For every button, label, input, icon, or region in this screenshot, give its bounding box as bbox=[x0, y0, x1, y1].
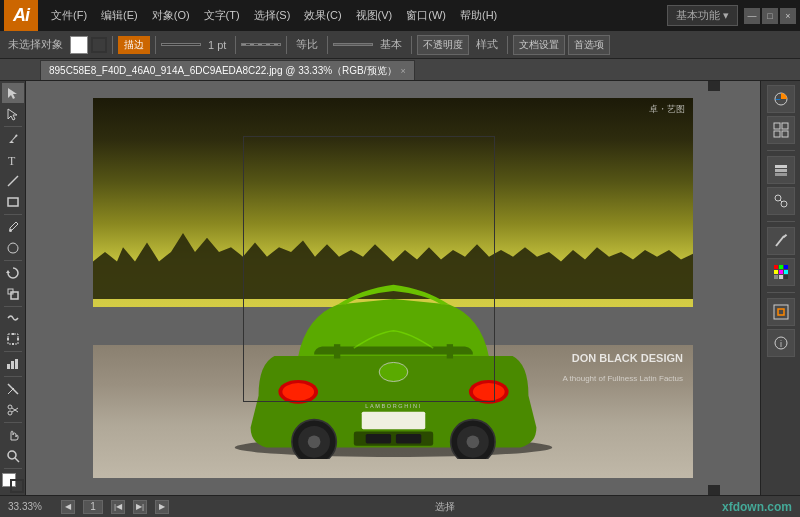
left-toolpanel: T bbox=[0, 81, 26, 495]
last-artboard-button[interactable]: ▶| bbox=[133, 500, 147, 514]
tool-sep-7 bbox=[4, 422, 22, 423]
fill-color-box[interactable] bbox=[70, 36, 88, 54]
menu-help[interactable]: 帮助(H) bbox=[453, 4, 504, 27]
menu-file[interactable]: 文件(F) bbox=[44, 4, 94, 27]
selection-tool[interactable] bbox=[2, 83, 24, 103]
rectangle-tool[interactable] bbox=[2, 192, 24, 212]
menu-select[interactable]: 选择(S) bbox=[247, 4, 298, 27]
fill-stroke-indicator[interactable] bbox=[2, 473, 24, 493]
opacity-label[interactable]: 不透明度 bbox=[417, 35, 469, 55]
car-image: LAMBORGHINI bbox=[123, 212, 663, 459]
preferences-button[interactable]: 首选项 bbox=[568, 35, 610, 55]
swatches-panel-button[interactable] bbox=[767, 258, 795, 286]
style-label: 样式 bbox=[472, 37, 502, 52]
toolbar: 未选择对象 描边 1 pt 等比 基本 不透明度 样式 文档设置 首选项 bbox=[0, 31, 800, 59]
title-bar: Ai 文件(F) 编辑(E) 对象(O) 文字(T) 选择(S) 效果(C) 视… bbox=[0, 0, 800, 31]
svg-point-40 bbox=[307, 435, 320, 448]
graph-tool[interactable] bbox=[2, 354, 24, 374]
svg-point-24 bbox=[8, 451, 16, 459]
svg-marker-0 bbox=[8, 88, 17, 99]
brushes-panel-button[interactable] bbox=[767, 227, 795, 255]
direct-selection-tool[interactable] bbox=[2, 104, 24, 124]
menu-bar: 文件(F) 编辑(E) 对象(O) 文字(T) 选择(S) 效果(C) 视图(V… bbox=[44, 4, 655, 27]
dash-line bbox=[241, 43, 281, 46]
line-tool[interactable] bbox=[2, 171, 24, 191]
svg-point-20 bbox=[8, 405, 12, 409]
right-sep-2 bbox=[767, 221, 795, 222]
rotate-tool[interactable] bbox=[2, 263, 24, 283]
slice-tool[interactable] bbox=[2, 379, 24, 399]
menu-effect[interactable]: 效果(C) bbox=[297, 4, 348, 27]
right-sep-3 bbox=[767, 292, 795, 293]
canvas-area[interactable]: LAMBORGHINI 卓・艺图 DON BLACK DESIGN A thou… bbox=[26, 81, 760, 495]
canvas-inner: LAMBORGHINI 卓・艺图 DON BLACK DESIGN A thou… bbox=[36, 91, 750, 485]
svg-rect-34 bbox=[365, 434, 390, 444]
close-button[interactable]: × bbox=[780, 8, 796, 24]
minimize-button[interactable]: — bbox=[744, 8, 760, 24]
svg-rect-27 bbox=[333, 344, 339, 358]
right-sep-1 bbox=[767, 150, 795, 151]
menu-object[interactable]: 对象(O) bbox=[145, 4, 197, 27]
type-tool[interactable]: T bbox=[2, 150, 24, 170]
hand-tool[interactable] bbox=[2, 425, 24, 445]
doc-tab-close[interactable]: × bbox=[401, 66, 406, 76]
tool-sep-2 bbox=[4, 214, 22, 215]
scale-tool[interactable] bbox=[2, 284, 24, 304]
color-panel-button[interactable] bbox=[767, 85, 795, 113]
svg-text:LAMBORGHINI: LAMBORGHINI bbox=[365, 402, 421, 408]
info-panel-button[interactable]: i bbox=[767, 329, 795, 357]
sep1 bbox=[112, 36, 113, 54]
menu-text[interactable]: 文字(T) bbox=[197, 4, 247, 27]
zoom-tool[interactable] bbox=[2, 446, 24, 466]
svg-point-30 bbox=[282, 383, 314, 400]
workspace-selector[interactable]: 基本功能 ▾ bbox=[667, 5, 738, 26]
prev-artboard-button[interactable]: ◀ bbox=[61, 500, 75, 514]
doc-settings-button[interactable]: 文档设置 bbox=[513, 35, 565, 55]
warp-tool[interactable] bbox=[2, 308, 24, 328]
page-input[interactable] bbox=[83, 500, 103, 514]
svg-rect-28 bbox=[446, 344, 452, 358]
svg-point-43 bbox=[466, 435, 479, 448]
svg-rect-64 bbox=[774, 275, 778, 279]
stroke-label[interactable]: 描边 bbox=[118, 36, 150, 54]
svg-point-21 bbox=[8, 411, 12, 415]
stroke-color-box[interactable] bbox=[91, 37, 107, 53]
navigator-panel-button[interactable] bbox=[767, 298, 795, 326]
svg-rect-52 bbox=[775, 165, 787, 168]
paintbrush-tool[interactable] bbox=[2, 217, 24, 237]
scale-label: 等比 bbox=[292, 37, 322, 52]
menu-edit[interactable]: 编辑(E) bbox=[94, 4, 145, 27]
menu-view[interactable]: 视图(V) bbox=[349, 4, 400, 27]
window-controls: — □ × bbox=[744, 8, 796, 24]
svg-marker-7 bbox=[6, 270, 10, 273]
grid-panel-button[interactable] bbox=[767, 116, 795, 144]
layers-panel-button[interactable] bbox=[767, 156, 795, 184]
main-area: T bbox=[0, 81, 800, 495]
svg-line-25 bbox=[15, 458, 19, 462]
watermark-text: 卓・艺图 bbox=[649, 103, 685, 116]
svg-rect-51 bbox=[775, 169, 787, 172]
sep4 bbox=[286, 36, 287, 54]
base-line bbox=[333, 43, 373, 46]
next-artboard-button[interactable]: ▶ bbox=[155, 500, 169, 514]
svg-rect-13 bbox=[7, 338, 9, 340]
active-doc-tab[interactable]: 895C58E8_F40D_46A0_914A_6DC9AEDA8C22.jpg… bbox=[40, 60, 415, 80]
svg-text:T: T bbox=[8, 154, 16, 167]
sep2 bbox=[155, 36, 156, 54]
svg-point-37 bbox=[379, 362, 408, 381]
svg-rect-49 bbox=[782, 131, 788, 137]
first-artboard-button[interactable]: |◀ bbox=[111, 500, 125, 514]
symbols-panel-button[interactable] bbox=[767, 187, 795, 215]
don-black-label: DON BLACK DESIGN bbox=[572, 352, 683, 364]
svg-rect-15 bbox=[7, 364, 10, 369]
tool-sep-5 bbox=[4, 351, 22, 352]
maximize-button[interactable]: □ bbox=[762, 8, 778, 24]
scissors-tool[interactable] bbox=[2, 400, 24, 420]
pen-tool[interactable] bbox=[2, 129, 24, 149]
artboard-label: 选择 bbox=[435, 501, 455, 512]
blob-brush-tool[interactable] bbox=[2, 238, 24, 258]
menu-window[interactable]: 窗口(W) bbox=[399, 4, 453, 27]
svg-line-4 bbox=[8, 176, 18, 186]
artboard: LAMBORGHINI 卓・艺图 DON BLACK DESIGN A thou… bbox=[93, 98, 693, 478]
free-transform-tool[interactable] bbox=[2, 329, 24, 349]
